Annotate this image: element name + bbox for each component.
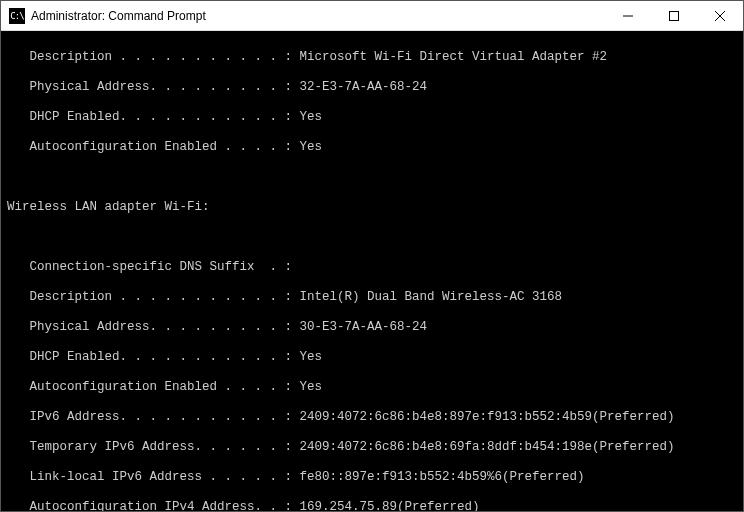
output-line: Autoconfiguration Enabled . . . . : Yes [7,380,737,395]
cmd-icon: C:\ [9,8,25,24]
value: 32-E3-7A-AA-68-24 [300,80,428,94]
minimize-button[interactable] [605,1,651,30]
command-prompt-window: C:\ Administrator: Command Prompt Descri… [0,0,744,512]
maximize-icon [669,11,679,21]
output-line: Link-local IPv6 Address . . . . . : fe80… [7,470,737,485]
terminal-output[interactable]: Description . . . . . . . . . . . : Micr… [1,31,743,511]
blank-line [7,170,737,185]
section-header: Wireless LAN adapter Wi-Fi: [7,200,737,215]
minimize-icon [623,11,633,21]
value: Yes [300,110,323,124]
value: fe80::897e:f913:b552:4b59%6(Preferred) [300,470,585,484]
value: 2409:4072:6c86:b4e8:897e:f913:b552:4b59(… [300,410,675,424]
close-button[interactable] [697,1,743,30]
output-line: Autoconfiguration IPv4 Address. . : 169.… [7,500,737,511]
close-icon [715,11,725,21]
output-line: Temporary IPv6 Address. . . . . . : 2409… [7,440,737,455]
output-line: IPv6 Address. . . . . . . . . . . : 2409… [7,410,737,425]
blank-line [7,230,737,245]
value: 2409:4072:6c86:b4e8:69fa:8ddf:b454:198e(… [300,440,675,454]
window-title: Administrator: Command Prompt [31,9,605,23]
value: Yes [300,380,323,394]
output-line: Autoconfiguration Enabled . . . . : Yes [7,140,737,155]
output-line: DHCP Enabled. . . . . . . . . . . : Yes [7,110,737,125]
window-controls [605,1,743,30]
value: 30-E3-7A-AA-68-24 [300,320,428,334]
output-line: Connection-specific DNS Suffix . : [7,260,737,275]
output-line: Description . . . . . . . . . . . : Micr… [7,50,737,65]
value: Intel(R) Dual Band Wireless-AC 3168 [300,290,563,304]
titlebar[interactable]: C:\ Administrator: Command Prompt [1,1,743,31]
maximize-button[interactable] [651,1,697,30]
output-line: DHCP Enabled. . . . . . . . . . . : Yes [7,350,737,365]
value: Microsoft Wi-Fi Direct Virtual Adapter #… [300,50,608,64]
value: 169.254.75.89(Preferred) [300,500,480,511]
value: Yes [300,350,323,364]
value: Yes [300,140,323,154]
output-line: Description . . . . . . . . . . . : Inte… [7,290,737,305]
output-line: Physical Address. . . . . . . . . : 30-E… [7,320,737,335]
output-line: Physical Address. . . . . . . . . : 32-E… [7,80,737,95]
svg-rect-1 [670,11,679,20]
